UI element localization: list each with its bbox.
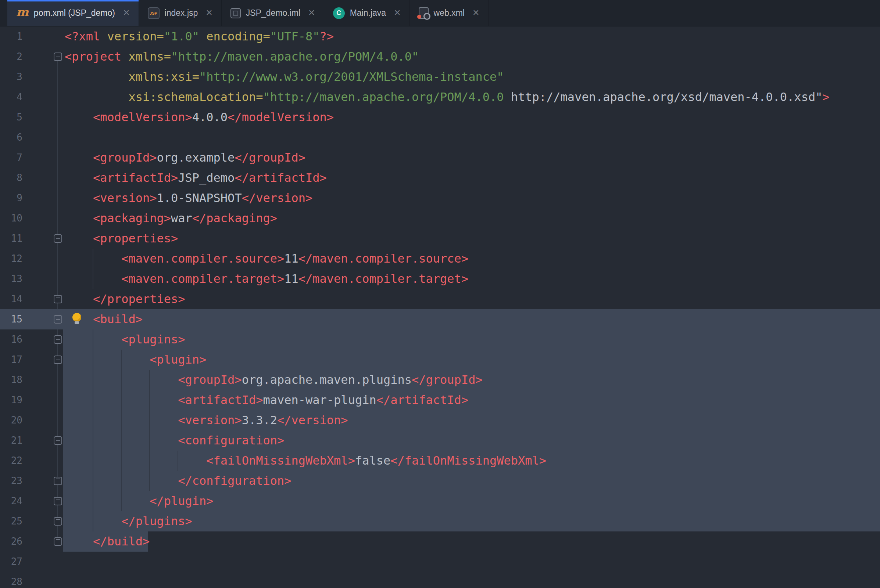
code-text: <groupId>org.example</groupId> — [63, 148, 880, 168]
code-line[interactable]: <artifactId>maven-war-plugin</artifactId… — [63, 390, 880, 410]
ide-window: mpom.xml (JSP_demo)×JSPindex.jsp×JSP_dem… — [0, 0, 880, 27]
line-number[interactable]: 9 — [17, 188, 23, 208]
code-line[interactable]: xsi:schemaLocation="http://maven.apache.… — [63, 87, 880, 107]
code-line[interactable]: </configuration> — [63, 471, 880, 491]
tab-label: index.jsp — [165, 8, 198, 18]
line-number[interactable]: 18 — [11, 370, 23, 390]
code-area[interactable]: <?xml version="1.0" encoding="UTF-8"?><p… — [63, 27, 880, 588]
code-text: <artifactId>maven-war-plugin</artifactId… — [63, 390, 880, 410]
line-number[interactable]: 13 — [11, 269, 23, 289]
code-line[interactable]: xmlns:xsi="http://www.w3.org/2001/XMLSch… — [63, 67, 880, 87]
line-number[interactable]: 25 — [11, 511, 23, 531]
gutter-line: 25 — [0, 511, 63, 531]
line-number[interactable]: 21 — [11, 430, 23, 451]
lightbulb-icon[interactable] — [71, 313, 82, 326]
line-number[interactable]: 10 — [11, 208, 23, 228]
gutter-line: 4 — [0, 87, 63, 107]
code-line[interactable] — [63, 128, 880, 148]
code-line[interactable]: <maven.compiler.target>11</maven.compile… — [63, 269, 880, 289]
code-text: </properties> — [63, 289, 880, 309]
code-line[interactable]: <?xml version="1.0" encoding="UTF-8"?> — [63, 27, 880, 46]
line-number[interactable]: 19 — [11, 390, 23, 410]
gutter-line: 13 — [0, 269, 63, 289]
line-number[interactable]: 6 — [17, 128, 23, 148]
code-line[interactable]: <plugin> — [63, 350, 880, 370]
fold-marker-start-icon[interactable] — [54, 52, 62, 61]
code-line[interactable]: <maven.compiler.source>11</maven.compile… — [63, 249, 880, 269]
gutter-line: 10 — [0, 208, 63, 228]
fold-marker-end-icon[interactable] — [54, 517, 62, 526]
fold-marker-start-icon[interactable] — [54, 315, 62, 324]
code-line[interactable]: <groupId>org.example</groupId> — [63, 148, 880, 168]
code-line[interactable]: <configuration> — [63, 430, 880, 451]
fold-marker-end-icon[interactable] — [54, 295, 62, 303]
webxml-file-icon — [419, 8, 429, 19]
code-line[interactable]: <groupId>org.apache.maven.plugins</group… — [63, 370, 880, 390]
tab-pom-xml-jsp-demo[interactable]: mpom.xml (JSP_demo)× — [8, 0, 139, 26]
code-line[interactable]: </build> — [63, 531, 880, 552]
fold-marker-start-icon[interactable] — [54, 335, 62, 344]
close-icon[interactable]: × — [206, 7, 212, 20]
line-number[interactable]: 17 — [11, 350, 23, 370]
tab-index-jsp[interactable]: JSPindex.jsp× — [139, 0, 222, 26]
close-icon[interactable]: × — [308, 7, 315, 20]
gutter-line: 14 — [0, 289, 63, 309]
code-line[interactable]: <project xmlns="http://maven.apache.org/… — [63, 46, 880, 67]
code-text: <version>1.0-SNAPSHOT</version> — [63, 188, 880, 208]
fold-marker-start-icon[interactable] — [54, 234, 62, 243]
code-line[interactable]: </properties> — [63, 289, 880, 309]
code-text: <?xml version="1.0" encoding="UTF-8"?> — [63, 27, 880, 46]
line-number[interactable]: 3 — [17, 67, 23, 87]
line-number[interactable]: 28 — [11, 572, 23, 588]
fold-marker-end-icon[interactable] — [54, 477, 62, 485]
code-line[interactable]: <artifactId>JSP_demo</artifactId> — [63, 168, 880, 188]
code-line[interactable]: <plugins> — [63, 330, 880, 350]
line-number[interactable]: 20 — [11, 410, 23, 430]
code-line[interactable]: </plugins> — [63, 511, 880, 531]
tab-jsp-demo-iml[interactable]: JSP_demo.iml× — [222, 0, 324, 26]
tab-main-java[interactable]: CMain.java× — [324, 0, 410, 26]
fold-marker-start-icon[interactable] — [54, 436, 62, 445]
gutter-line: 22 — [0, 451, 63, 471]
code-text: </plugins> — [63, 511, 880, 531]
code-line[interactable]: <properties> — [63, 228, 880, 249]
line-number[interactable]: 8 — [17, 168, 23, 188]
line-number[interactable]: 26 — [11, 531, 23, 552]
lightbulb-base — [75, 321, 79, 324]
code-line[interactable]: <build> — [63, 309, 880, 330]
tab-label: Main.java — [350, 8, 386, 18]
line-number[interactable]: 5 — [17, 107, 23, 128]
line-number[interactable]: 24 — [11, 491, 23, 511]
line-number[interactable]: 11 — [11, 228, 23, 249]
code-text: <version>3.3.2</version> — [63, 410, 880, 430]
editor[interactable]: 1234567891011121314151617181920212223242… — [0, 27, 880, 588]
line-number[interactable]: 14 — [11, 289, 23, 309]
code-text: <properties> — [63, 228, 880, 249]
line-number[interactable]: 12 — [11, 249, 23, 269]
close-icon[interactable]: × — [123, 7, 130, 20]
fold-marker-start-icon[interactable] — [54, 356, 62, 364]
fold-marker-end-icon[interactable] — [54, 497, 62, 506]
code-line[interactable]: <failOnMissingWebXml>false</failOnMissin… — [63, 451, 880, 471]
fold-marker-end-icon[interactable] — [54, 537, 62, 546]
close-icon[interactable]: × — [394, 7, 401, 20]
code-line[interactable] — [63, 552, 880, 572]
line-number[interactable]: 23 — [11, 471, 23, 491]
line-number[interactable]: 7 — [17, 148, 23, 168]
code-line[interactable]: <packaging>war</packaging> — [63, 208, 880, 228]
code-line[interactable]: </plugin> — [63, 491, 880, 511]
line-number[interactable]: 22 — [11, 451, 23, 471]
line-number[interactable]: 15 — [11, 309, 23, 330]
line-number[interactable]: 4 — [17, 87, 23, 107]
code-line[interactable]: <version>1.0-SNAPSHOT</version> — [63, 188, 880, 208]
tab-web-xml[interactable]: web.xml× — [410, 0, 489, 26]
line-number[interactable]: 1 — [17, 27, 23, 46]
line-number[interactable]: 27 — [11, 552, 23, 572]
code-line[interactable]: <version>3.3.2</version> — [63, 410, 880, 430]
code-line[interactable]: <modelVersion>4.0.0</modelVersion> — [63, 107, 880, 128]
line-number[interactable]: 2 — [17, 46, 23, 67]
line-number[interactable]: 16 — [11, 330, 23, 350]
gutter-line: 27 — [0, 552, 63, 572]
close-icon[interactable]: × — [473, 7, 479, 20]
code-line[interactable] — [63, 572, 880, 588]
